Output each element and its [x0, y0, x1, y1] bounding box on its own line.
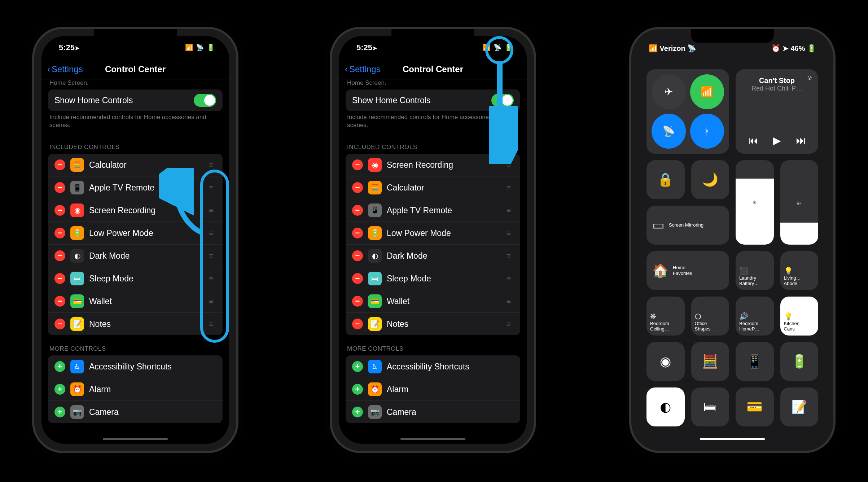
add-button[interactable]: + [54, 361, 65, 372]
volume-slider[interactable]: 🔈 [780, 160, 819, 245]
speaker-icon: 🔈 [796, 200, 802, 205]
remove-button[interactable]: − [352, 319, 363, 329]
nav-bar: ‹ Settings Control Center [41, 59, 229, 79]
media-title: Can't Stop [741, 76, 813, 85]
mirror-icon: ▭ [652, 218, 665, 233]
screen-mirroring-tile[interactable]: ▭ Screen Mirroring [646, 206, 729, 245]
airplane-button[interactable]: ✈︎ [652, 74, 686, 109]
drag-handle[interactable]: ≡ [504, 275, 514, 283]
remove-button[interactable]: − [352, 296, 363, 307]
drag-handle[interactable]: ≡ [206, 320, 216, 328]
remove-button[interactable]: − [352, 250, 363, 261]
homepod-icon: 🔊 [739, 312, 748, 321]
do-not-disturb-tile[interactable]: 🌙 [691, 160, 729, 199]
add-button[interactable]: + [352, 384, 363, 395]
remove-button[interactable]: − [54, 159, 65, 170]
home-favorites-tile[interactable]: 🏠 HomeFavorites [646, 251, 729, 290]
phone-frame-middle: 5:25➤ 📶 📡 🔋 ‹ Settings Control Center Ho… [332, 29, 534, 451]
calculator-button[interactable]: 🧮 [691, 342, 729, 381]
show-home-controls-label: Show Home Controls [54, 96, 189, 105]
drag-handle[interactable]: ≡ [206, 206, 216, 215]
drag-handle[interactable]: ≡ [206, 161, 216, 169]
remove-button[interactable]: − [352, 205, 363, 216]
drag-handle[interactable]: ≡ [504, 161, 514, 169]
phone-frame-left: 5:25➤ 📶 📡 🔋 ‹ Settings Control Center Ho… [34, 29, 236, 451]
screen-record-button[interactable]: ◉ [646, 342, 685, 381]
remove-button[interactable]: − [54, 273, 65, 284]
chevron-left-icon: ‹ [345, 64, 348, 74]
bluetooth-button[interactable]: ᚼ [690, 114, 724, 149]
connectivity-tile[interactable]: ✈︎ 📶 📡 ᚼ [646, 69, 729, 154]
notes-button[interactable]: 📝 [780, 387, 819, 426]
drag-handle[interactable]: ≡ [504, 206, 514, 215]
add-button[interactable]: + [352, 361, 363, 372]
remove-button[interactable]: − [54, 296, 65, 307]
drag-handle[interactable]: ≡ [206, 252, 216, 260]
remove-button[interactable]: − [352, 273, 363, 284]
wallet-button[interactable]: 💳 [736, 387, 774, 426]
sleep-mode-button[interactable]: 🛏 [691, 387, 729, 426]
drag-handle[interactable]: ≡ [504, 252, 514, 260]
add-button[interactable]: + [54, 407, 65, 417]
device-tile-laundry[interactable]: ⬛ LaundryBattery… [736, 251, 774, 290]
show-home-controls-toggle[interactable] [194, 94, 216, 107]
play-button[interactable]: ▶ [773, 135, 781, 146]
control-label: Alarm [387, 385, 514, 394]
control-row: −◉Screen Recording≡ [48, 199, 223, 222]
add-button[interactable]: + [54, 384, 65, 395]
location-icon: ➤ [782, 44, 789, 52]
app-icon: 📱 [368, 203, 382, 217]
home-icon: 🏠 [652, 263, 668, 278]
orientation-lock-tile[interactable]: 🔒 [646, 160, 685, 199]
drag-handle[interactable]: ≡ [504, 229, 514, 237]
control-center[interactable]: ✈︎ 📶 📡 ᚼ ◎ Can't Stop Red Hot Chili P… ⏮… [639, 63, 826, 433]
remove-button[interactable]: − [352, 182, 363, 193]
media-tile[interactable]: ◎ Can't Stop Red Hot Chili P… ⏮ ▶ ⏭ [736, 69, 818, 154]
add-button[interactable]: + [352, 407, 363, 417]
back-button[interactable]: ‹ Settings [47, 64, 83, 74]
content[interactable]: Home Screen. Show Home Controls Include … [339, 79, 527, 430]
content[interactable]: Home Screen. Show Home Controls Include … [41, 79, 229, 430]
drag-handle[interactable]: ≡ [504, 297, 514, 306]
drag-handle[interactable]: ≡ [504, 184, 514, 192]
more-header: MORE CONTROLS [339, 335, 527, 355]
app-icon: 🛏 [70, 272, 84, 285]
airplay-icon[interactable]: ◎ [807, 74, 812, 80]
app-icon: ◐ [368, 249, 382, 263]
remove-button[interactable]: − [352, 228, 363, 238]
wifi-button[interactable]: 📡 [652, 114, 686, 149]
home-indicator[interactable] [700, 438, 765, 440]
remove-button[interactable]: − [54, 182, 65, 193]
device-tile-kitchen-cans[interactable]: 💡 KitchenCans [780, 297, 819, 336]
remote-button[interactable]: 📱 [736, 342, 774, 381]
home-favorites-label: HomeFavorites [673, 265, 692, 276]
control-label: Screen Recording [89, 206, 201, 215]
drag-handle[interactable]: ≡ [206, 184, 216, 192]
back-button[interactable]: ‹ Settings [345, 64, 381, 74]
rewind-button[interactable]: ⏮ [748, 135, 758, 146]
device-tile-bedroom-homepod[interactable]: 🔊 BedroomHomeP… [736, 297, 774, 336]
status-time: 5:25➤ [59, 43, 79, 52]
brightness-slider[interactable]: ☀︎ [736, 160, 774, 245]
remove-button[interactable]: − [54, 250, 65, 261]
drag-handle[interactable]: ≡ [206, 275, 216, 283]
remove-button[interactable]: − [54, 228, 65, 238]
remove-button[interactable]: − [54, 205, 65, 216]
app-icon: 📱 [70, 181, 84, 194]
drag-handle[interactable]: ≡ [206, 229, 216, 237]
low-power-button[interactable]: 🔋 [780, 342, 819, 381]
cellular-button[interactable]: 📶 [690, 74, 724, 109]
remove-button[interactable]: − [352, 159, 363, 170]
device-tile-living[interactable]: 💡 Living…Abode [780, 251, 819, 290]
drag-handle[interactable]: ≡ [504, 320, 514, 328]
home-indicator[interactable] [400, 438, 465, 440]
chevron-left-icon: ‹ [47, 64, 50, 74]
device-tile-office-shapes[interactable]: ⬡ OfficeShapes [691, 297, 729, 336]
forward-button[interactable]: ⏭ [796, 135, 806, 146]
device-tile-bedroom-ceiling[interactable]: ❋ BedroomCeiling… [646, 297, 685, 336]
home-indicator[interactable] [103, 438, 168, 440]
drag-handle[interactable]: ≡ [206, 297, 216, 306]
dark-mode-button[interactable]: ◐ [646, 387, 685, 426]
show-home-controls-toggle[interactable] [491, 94, 514, 107]
remove-button[interactable]: − [54, 319, 65, 329]
